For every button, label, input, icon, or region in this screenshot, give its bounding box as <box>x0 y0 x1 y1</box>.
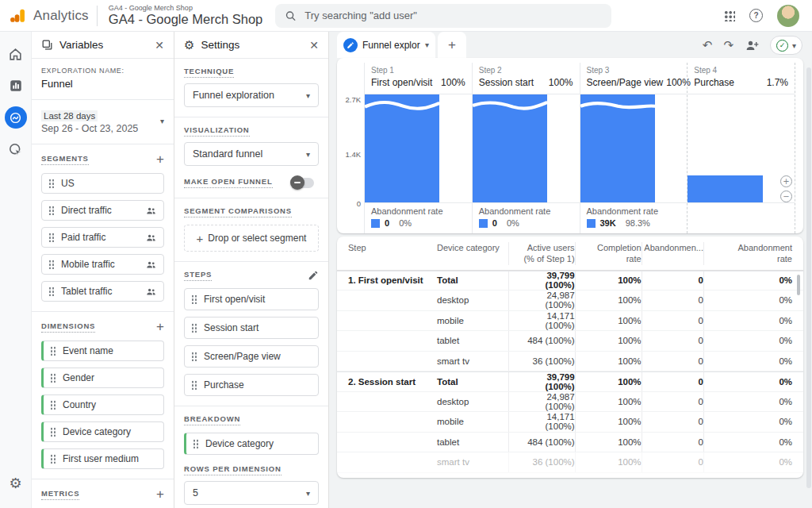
window-scrollbar[interactable] <box>806 67 811 488</box>
table-row[interactable]: desktop 24,987 (100%) 100% 0 0% <box>337 291 803 311</box>
visualization-select[interactable]: Standard funnel ▾ <box>184 142 319 166</box>
dimension-item[interactable]: Gender <box>41 368 164 388</box>
drag-handle-icon[interactable] <box>193 439 199 448</box>
drag-handle-icon[interactable] <box>48 260 55 269</box>
dimension-item[interactable]: Event name <box>41 341 164 361</box>
funnel-bar[interactable] <box>580 94 655 202</box>
search-input[interactable] <box>304 10 602 21</box>
header-abandonment-rate[interactable]: Abandonment rate <box>703 242 792 265</box>
search-bar[interactable] <box>275 4 611 28</box>
segment-item[interactable]: Tablet traffic <box>41 281 164 302</box>
save-status-button[interactable]: ✓ ▾ <box>770 36 802 55</box>
drag-handle-icon[interactable] <box>50 346 56 356</box>
table-row[interactable]: tablet 484 (100%) 100% 0 0% <box>337 331 803 352</box>
header-line: Abandonmen... <box>644 242 703 253</box>
drag-handle-icon[interactable] <box>50 427 56 437</box>
segment-drop-zone[interactable]: + Drop or select segment <box>184 225 319 252</box>
variables-close-icon[interactable]: ✕ <box>155 39 164 52</box>
technique-select[interactable]: Funnel exploration ▾ <box>184 83 319 107</box>
new-tab-button[interactable]: + <box>438 32 466 58</box>
date-range-picker[interactable]: Last 28 days Sep 26 - Oct 23, 2025 ▾ <box>41 108 164 134</box>
header-abandonment[interactable]: Abandonmen... <box>642 242 703 265</box>
dimension-item[interactable]: Country <box>41 394 164 415</box>
table-row[interactable]: 2. Session start Total 39,799 (100%) 100… <box>337 371 803 392</box>
nav-explore[interactable] <box>0 102 32 133</box>
step-item[interactable]: Screen/Page view <box>184 345 319 368</box>
property-account-label: GA4 - Google Merch Shop <box>109 4 262 12</box>
edit-steps-pencil-icon[interactable] <box>308 270 319 281</box>
help-icon[interactable]: ? <box>749 9 763 22</box>
analytics-logo[interactable]: Analytics <box>0 7 97 25</box>
drag-handle-icon[interactable] <box>48 233 55 242</box>
step-completion-rate: 1.7% <box>767 77 788 88</box>
funnel-bar[interactable] <box>365 94 439 202</box>
exploration-name-value[interactable]: Funnel <box>41 78 164 90</box>
table-scrollbar[interactable] <box>797 275 800 295</box>
header-active-users[interactable]: Active users (% of Step 1) <box>508 242 575 265</box>
tab-funnel-exploration[interactable]: Funnel explor... ▾ <box>337 32 435 58</box>
nav-admin[interactable]: ⚙ <box>0 467 32 498</box>
avatar[interactable] <box>777 5 799 27</box>
drag-handle-icon[interactable] <box>191 294 197 304</box>
cell-completion-rate: 100% <box>575 412 642 432</box>
segment-item[interactable]: Mobile traffic <box>41 254 164 275</box>
settings-close-icon[interactable]: ✕ <box>309 39 319 52</box>
zoom-in-button[interactable]: + <box>780 175 792 187</box>
funnel-bar[interactable] <box>688 175 762 202</box>
add-segment-button[interactable]: + <box>156 152 164 166</box>
funnel-bar[interactable] <box>473 94 547 202</box>
breakdown-item[interactable]: Device category <box>184 433 319 455</box>
step-item[interactable]: First open/visit <box>184 288 319 310</box>
table-row[interactable]: smart tv 36 (100%) 100% 0 0% <box>337 452 803 473</box>
drag-handle-icon[interactable] <box>50 400 56 410</box>
segment-item[interactable]: Paid traffic <box>41 227 164 248</box>
nav-reports[interactable] <box>0 70 32 102</box>
drag-handle-icon[interactable] <box>191 380 197 390</box>
add-dimension-button[interactable]: + <box>156 320 164 333</box>
header-device-category[interactable]: Device category <box>437 242 508 265</box>
drag-handle-icon[interactable] <box>50 373 56 383</box>
redo-button[interactable]: ↷ <box>723 40 733 52</box>
rows-per-dimension-select[interactable]: 5 ▾ <box>184 481 319 505</box>
header-completion-rate[interactable]: Completion rate <box>575 242 642 265</box>
drag-handle-icon[interactable] <box>191 352 197 361</box>
open-funnel-toggle[interactable] <box>292 178 314 188</box>
step-item[interactable]: Session start <box>184 317 319 339</box>
breakdown-section: BREAKDOWN Device category ROWS PER DIMEN… <box>174 406 328 508</box>
dimension-item[interactable]: First user medium <box>41 448 164 469</box>
table-row[interactable]: desktop 24,987 (100%) 100% 0 0% <box>337 392 803 413</box>
share-person-add-icon[interactable] <box>745 38 759 52</box>
funnel-step-header: Step 4 Purchase 1.7% <box>688 63 795 94</box>
drag-handle-icon[interactable] <box>48 287 55 296</box>
funnel-step-header: Step 2 Session start 100% <box>473 63 580 94</box>
funnel-plot <box>365 94 472 203</box>
table-row[interactable]: tablet 484 (100%) 100% 0 0% <box>337 433 803 453</box>
table-row[interactable]: mobile 14,171 (100%) 100% 0 0% <box>337 412 803 433</box>
undo-button[interactable]: ↶ <box>703 40 713 52</box>
apps-grid-icon[interactable] <box>724 10 735 21</box>
cell-abandonment-rate: 0% <box>703 331 792 351</box>
cell-abandonment: 0 <box>642 452 703 472</box>
nav-home[interactable] <box>0 38 32 70</box>
step-item[interactable]: Purchase <box>184 374 319 396</box>
zoom-out-button[interactable]: − <box>780 190 792 202</box>
segment-item[interactable]: US <box>41 173 164 194</box>
abandonment-cell: Abandonment rate 0 0% <box>473 203 580 233</box>
header-step[interactable]: Step <box>348 242 437 265</box>
drag-handle-icon[interactable] <box>50 454 56 464</box>
cell-abandonment-rate: 0% <box>703 372 792 391</box>
caret-down-icon: ▾ <box>306 150 310 159</box>
cell-step: 2. Session start <box>348 377 437 387</box>
canvas-actions: ↶ ↷ ✓ ▾ <box>703 36 807 58</box>
add-metric-button[interactable]: + <box>156 487 164 501</box>
table-row[interactable]: smart tv 36 (100%) 100% 0 0% <box>337 352 803 372</box>
drag-handle-icon[interactable] <box>191 323 197 333</box>
drag-handle-icon[interactable] <box>48 206 55 215</box>
drag-handle-icon[interactable] <box>48 179 55 188</box>
property-switcher[interactable]: GA4 - Google Merch Shop GA4 - Google Mer… <box>109 4 262 27</box>
segment-item[interactable]: Direct traffic <box>41 200 164 221</box>
table-row[interactable]: mobile 14,171 (100%) 100% 0 0% <box>337 311 803 332</box>
nav-advertising[interactable] <box>0 133 32 165</box>
table-row[interactable]: 1. First open/visit Total 39,799 (100%) … <box>337 271 803 291</box>
dimension-item[interactable]: Device category <box>41 421 164 442</box>
